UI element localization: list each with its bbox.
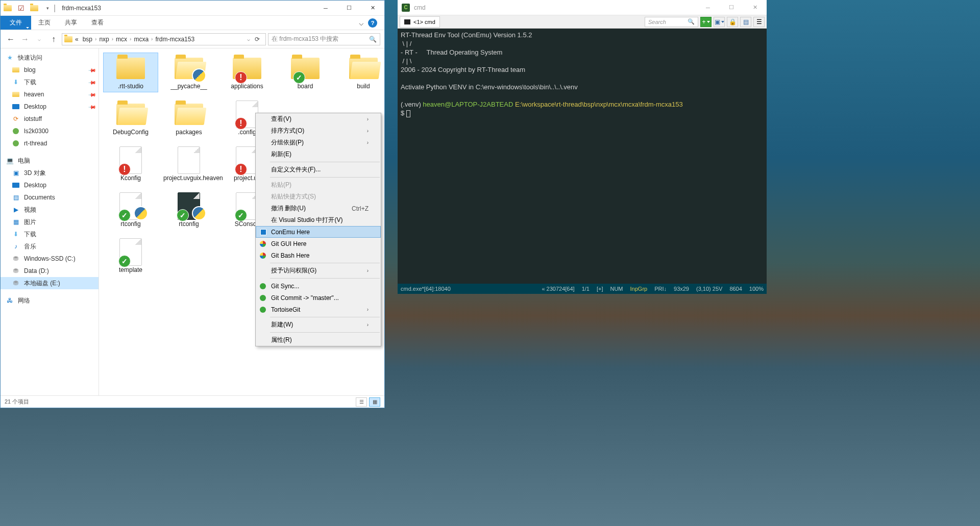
maximize-button[interactable]: ☐ [337, 1, 361, 16]
file-item[interactable]: !Kconfig [103, 144, 158, 184]
sidebar-item-3d[interactable]: ▣3D 对象 [1, 167, 99, 179]
ctx-group[interactable]: 分组依据(P)› [256, 137, 381, 148]
file-item[interactable]: .rtt-studio [103, 53, 158, 92]
minimize-button[interactable]: ─ [696, 0, 720, 15]
ctx-sort[interactable]: 排序方式(O)› [256, 125, 381, 137]
sidebar-item-downloads[interactable]: ⬇下载📌 [1, 76, 99, 88]
close-button[interactable]: ✕ [361, 1, 384, 16]
share-tab[interactable]: 共享 [58, 16, 84, 30]
ctx-git-gui[interactable]: Git GUI Here [256, 238, 381, 249]
file-item[interactable]: packages [161, 98, 216, 138]
sidebar-network[interactable]: 🖧网络 [1, 294, 99, 307]
ctx-refresh[interactable]: 刷新(E) [256, 148, 381, 160]
up-button[interactable]: ↑ [47, 33, 60, 45]
breadcrumb[interactable]: bsp [81, 35, 94, 44]
3d-icon: ▣ [12, 169, 20, 177]
maximize-button[interactable]: ☐ [720, 0, 743, 15]
details-view-button[interactable]: ☰ [356, 397, 367, 407]
ctx-git-sync[interactable]: Git Sync... [256, 280, 381, 292]
status-cell: [+] [597, 286, 603, 292]
breadcrumb[interactable]: mcx [114, 35, 129, 44]
breadcrumb[interactable]: frdm-mcxa153 [154, 35, 196, 44]
folder-icon-2[interactable] [30, 4, 38, 12]
topmost-button[interactable]: ▤ [740, 17, 751, 27]
help-icon[interactable]: ? [368, 18, 377, 28]
conemu-tab[interactable]: <1> cmd [400, 16, 440, 28]
folder-icon[interactable] [4, 4, 12, 12]
term-line: - RT - Thread Operating System [401, 48, 502, 56]
ctx-properties[interactable]: 属性(R) [256, 334, 381, 346]
sidebar-item-drive-e[interactable]: ⛃本地磁盘 (E:) [1, 277, 99, 289]
sidebar-item-drive-d[interactable]: ⛃Data (D:) [1, 265, 99, 277]
sidebar-item-downloads2[interactable]: ⬇下载 [1, 228, 99, 240]
chevron-down-icon[interactable]: ⌵ [359, 18, 364, 28]
ctx-conemu[interactable]: ConEmu Here [256, 226, 381, 238]
sidebar-item-desktop[interactable]: Desktop📌 [1, 101, 99, 113]
ctx-vs-open[interactable]: 在 Visual Studio 中打开(V) [256, 214, 381, 226]
sidebar-quick-access[interactable]: ★快速访问 [1, 52, 99, 64]
ctx-undo[interactable]: 撤消 删除(U)Ctrl+Z [256, 203, 381, 214]
terminal-output[interactable]: RT-Thread Env Tool (ConEmu) Version 1.5.… [398, 29, 767, 284]
conemu-titlebar[interactable]: C cmd ─ ☐ ✕ [398, 0, 767, 15]
forward-button[interactable]: → [19, 33, 31, 45]
settings-button[interactable]: ☰ [753, 17, 765, 27]
ctx-customize[interactable]: 自定义文件夹(F)... [256, 164, 381, 176]
back-button[interactable]: ← [5, 33, 17, 45]
checkbox-icon[interactable]: ☑ [17, 4, 25, 12]
ctx-label: 自定义文件夹(F)... [271, 165, 321, 174]
home-tab[interactable]: 主页 [31, 16, 58, 30]
sidebar-item-rtthread[interactable]: rt-thread [1, 137, 99, 149]
file-item[interactable]: ✓rtconfig [161, 190, 216, 230]
breadcrumb[interactable]: mcxa [132, 35, 150, 44]
dropdown-icon[interactable]: ▾ [43, 4, 52, 12]
file-item[interactable]: DebugConfig [103, 98, 158, 138]
file-item[interactable]: build [336, 53, 384, 92]
status-cell: 1/1 [582, 286, 590, 292]
sidebar-item-pictures[interactable]: ▦图片 [1, 216, 99, 228]
search-input[interactable]: 在 frdm-mcxa153 中搜索 🔍 [268, 33, 380, 45]
attach-button[interactable]: ▣ [714, 17, 725, 27]
view-tab[interactable]: 查看 [84, 16, 111, 30]
ctx-grant[interactable]: 授予访问权限(G)› [256, 265, 381, 277]
ctx-view[interactable]: 查看(V)› [256, 113, 381, 125]
file-tab[interactable]: 文件 [1, 16, 31, 30]
file-item[interactable]: ✓template [103, 236, 158, 276]
sidebar-item-desktop2[interactable]: Desktop [1, 179, 99, 191]
sidebar-label: 下载 [24, 78, 36, 87]
ctx-label: ConEmu Here [271, 229, 310, 236]
file-item[interactable]: !applications [219, 53, 275, 92]
sidebar-item-drive-c[interactable]: ⛃Windows-SSD (C:) [1, 253, 99, 265]
conemu-search[interactable]: Search🔍 [645, 17, 698, 27]
ctx-tortoise[interactable]: TortoiseGit› [256, 304, 381, 315]
close-button[interactable]: ✕ [743, 0, 767, 15]
sidebar-item-music[interactable]: ♪音乐 [1, 240, 99, 253]
breadcrumb[interactable]: « [74, 35, 80, 44]
sidebar-item-videos[interactable]: ▶视频 [1, 204, 99, 216]
ctx-git-commit[interactable]: Git Commit -> "master"... [256, 292, 381, 304]
dropdown-icon[interactable]: ⌵ [247, 36, 250, 42]
refresh-icon[interactable]: ⟳ [251, 36, 263, 43]
address-bar[interactable]: « bsp› nxp› mcx› mcxa› frdm-mcxa153 ⌵ ⟳ [62, 33, 266, 45]
file-item[interactable]: __pycache__ [161, 53, 216, 92]
sidebar-item-iotstuff[interactable]: ⟳iotstuff [1, 113, 99, 125]
file-item[interactable]: ✓rtconfig [103, 190, 158, 230]
sidebar-label: Desktop [24, 103, 46, 110]
separator: | [54, 4, 56, 13]
documents-icon: ▤ [12, 193, 20, 202]
recent-dropdown[interactable]: ⌵ [33, 33, 45, 45]
minimize-button[interactable]: ─ [314, 1, 337, 16]
sidebar-item-ls2k0300[interactable]: ls2k0300 [1, 125, 99, 137]
file-item[interactable]: project.uvguix.heaven [161, 144, 216, 184]
file-item[interactable]: ✓board [278, 53, 333, 92]
explorer-titlebar[interactable]: ☑ ▾ | frdm-mcxa153 ─ ☐ ✕ [1, 1, 384, 16]
sidebar-item-documents[interactable]: ▤Documents [1, 191, 99, 204]
icons-view-button[interactable]: ▦ [369, 397, 380, 407]
sidebar-item-blog[interactable]: blog📌 [1, 64, 99, 76]
lock-icon[interactable]: 🔒 [727, 17, 738, 27]
ctx-git-bash[interactable]: Git Bash Here [256, 249, 381, 261]
new-tab-button[interactable]: + [700, 17, 712, 27]
sidebar-item-heaven[interactable]: heaven📌 [1, 88, 99, 101]
ctx-new[interactable]: 新建(W)› [256, 319, 381, 331]
breadcrumb[interactable]: nxp [97, 35, 110, 44]
sidebar-this-pc[interactable]: 💻电脑 [1, 155, 99, 167]
